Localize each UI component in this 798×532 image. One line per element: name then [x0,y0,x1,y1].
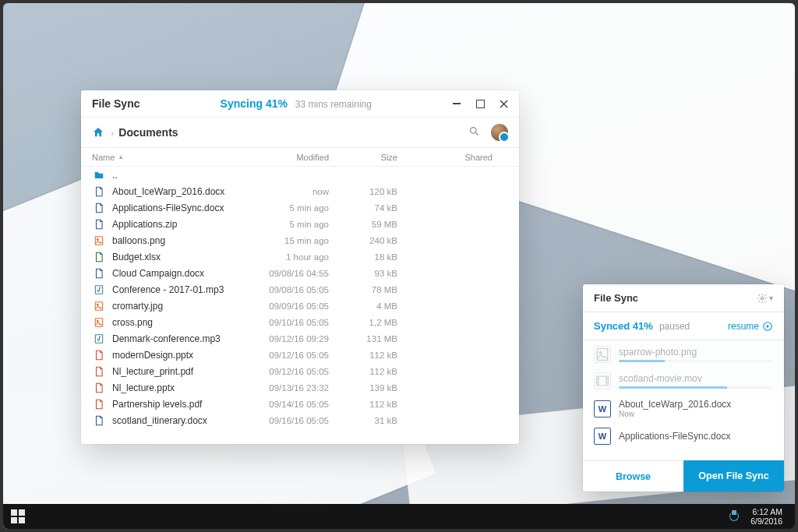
svg-point-9 [761,297,764,300]
file-modified: 09/12/16 05:05 [254,367,329,376]
column-size[interactable]: Size [329,153,397,162]
file-modified: now [254,187,329,196]
window-titlebar[interactable]: File Sync Syncing 41% 33 mins remaining [81,90,519,117]
clock-date: 6/9/2016 [750,516,782,526]
panel-file-name: sparrow-photo.png [619,347,773,358]
browse-button[interactable]: Browse [583,460,683,491]
file-size: 120 kB [329,187,397,196]
svg-point-12 [599,351,602,354]
file-modified: 09/10/16 05:05 [254,318,329,327]
file-size: 31 kB [329,416,397,425]
file-row[interactable]: Applications.zip5 min ago59 MB [81,216,519,232]
file-row[interactable]: Denmark-conference.mp309/12/16 09:29131 … [81,330,519,347]
img-file-icon [92,301,106,312]
file-name: cromarty.jpg [112,301,254,312]
file-size: 1,2 MB [329,318,397,327]
img-file-icon [594,346,611,363]
file-row[interactable]: Nl_lecture.pptx09/13/16 23:32139 kB [81,379,519,396]
file-row[interactable]: scotland_itinerary.docx09/16/16 05:0531 … [81,412,519,428]
pdf-file-icon [92,366,106,377]
file-row[interactable]: Budget.xlsx1 hour ago18 kB [81,248,519,265]
file-size: 112 kB [329,400,397,409]
file-row[interactable]: modernDesign.pptx09/12/16 05:05112 kB [81,347,519,363]
svg-point-7 [97,320,98,322]
file-modified: 5 min ago [254,220,329,229]
mp3-file-icon [92,284,106,295]
progress-bar [619,360,773,362]
panel-file-row[interactable]: WAbout_IceWarp_2016.docxNow [583,393,784,422]
file-row[interactable]: Cloud Campaign.docx09/08/16 04:5593 kB [81,265,519,281]
file-modified: 09/13/16 23:32 [254,383,329,393]
file-row[interactable]: .. [81,167,519,183]
file-name: balloons.png [112,235,254,246]
panel-file-row[interactable]: scotland-movie.mov [583,367,784,393]
column-name[interactable]: Name ▲ [92,153,254,162]
file-modified: 15 min ago [254,236,329,245]
maximize-button[interactable] [475,99,485,108]
panel-title: File Sync [594,292,757,304]
file-name: Applications-FileSync.docx [112,203,254,213]
user-avatar[interactable] [491,124,508,141]
panel-sync-percent: Synced 41% [594,320,653,332]
svg-rect-6 [95,318,102,326]
close-button[interactable] [499,99,508,108]
file-name: Conference - 2017-01.mp3 [112,284,254,295]
home-icon[interactable] [92,126,104,139]
column-modified[interactable]: Modified [254,153,329,162]
file-row[interactable]: Nl_lecture_print.pdf09/12/16 05:05112 kB [81,363,519,379]
file-modified: 09/12/16 09:29 [254,334,329,344]
resume-button[interactable]: resume [728,321,773,332]
panel-file-subtext: Now [619,410,773,418]
ppt-file-icon [92,382,106,393]
file-name: Partnership levels.pdf [112,399,254,410]
svg-rect-1 [95,236,102,245]
settings-button[interactable]: ▾ [757,293,773,304]
desktop: File Sync Syncing 41% 33 mins remaining … [3,3,795,529]
file-size: 59 MB [329,220,397,229]
file-row[interactable]: Conference - 2017-01.mp309/08/16 05:0578… [81,281,519,298]
file-size: 74 kB [329,203,397,213]
taskbar-clock[interactable]: 6:12 AM 6/9/2016 [750,507,782,526]
file-row[interactable]: balloons.png15 min ago240 kB [81,232,519,248]
svg-rect-11 [597,349,607,361]
word-file-icon [92,203,106,213]
svg-rect-8 [95,334,102,343]
column-shared[interactable]: Shared [397,153,508,162]
file-modified: 5 min ago [254,203,329,213]
file-modified: 1 hour ago [254,252,329,262]
sync-percent: Syncing 41% [221,97,288,110]
ppt-file-icon [92,350,106,361]
word-file-icon: W [594,400,611,417]
file-size: 18 kB [329,252,397,262]
panel-file-name: About_IceWarp_2016.docx [619,399,773,410]
search-icon[interactable] [468,125,480,140]
open-file-sync-button[interactable]: Open File Sync [683,460,784,491]
start-button[interactable] [11,509,25,523]
svg-point-5 [97,304,98,305]
file-modified: 09/08/16 04:55 [254,269,329,278]
file-name: modernDesign.pptx [112,350,254,361]
file-row[interactable]: Partnership levels.pdf09/14/16 05:05112 … [81,396,519,412]
panel-paused-label: paused [659,321,728,332]
file-row[interactable]: Applications-FileSync.docx5 min ago74 kB [81,199,519,216]
file-row[interactable]: cross.png09/10/16 05:051,2 MB [81,314,519,330]
file-row[interactable]: About_IceWarp_2016.docxnow120 kB [81,183,519,199]
minimize-button[interactable] [452,99,461,108]
panel-file-row[interactable]: sparrow-photo.png [583,340,784,367]
file-size: 139 kB [329,383,397,393]
file-name: Nl_lecture_print.pdf [112,366,254,377]
file-modified: 09/16/16 05:05 [254,416,329,425]
sync-tray-icon[interactable] [727,509,741,523]
svg-rect-4 [95,301,102,310]
chevron-down-icon: ▾ [769,294,773,302]
file-name: Applications.zip [112,219,254,230]
svg-point-0 [471,127,477,133]
sync-status: Syncing 41% 33 mins remaining [139,97,452,110]
word-file-icon [92,415,106,426]
file-size: 78 MB [329,285,397,294]
panel-file-name: scotland-movie.mov [619,373,773,384]
breadcrumb-current[interactable]: Documents [118,126,178,139]
panel-file-row[interactable]: WApplications-FileSync.docx [583,422,784,449]
zip-file-icon [92,219,106,230]
file-row[interactable]: cromarty.jpg09/09/16 05:054 MB [81,298,519,314]
